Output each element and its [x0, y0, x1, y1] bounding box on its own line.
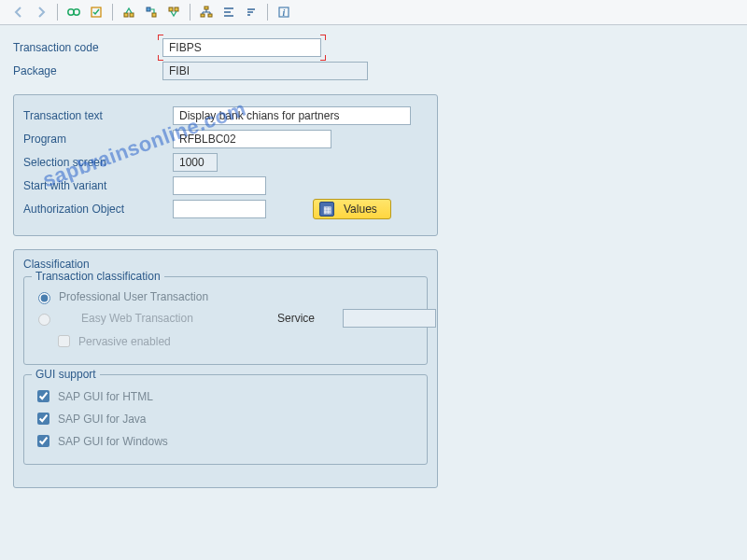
tcode-input[interactable]: [162, 38, 321, 57]
radio-easyweb-label: Easy Web Transaction: [81, 312, 249, 325]
gui-support-group: GUI support SAP GUI for HTML SAP GUI for…: [23, 374, 428, 465]
where-used-icon[interactable]: [142, 3, 161, 21]
back-icon[interactable]: [9, 3, 28, 21]
display-icon[interactable]: [64, 3, 83, 21]
sort-icon[interactable]: [242, 3, 261, 21]
pervasive-row: Pervasive enabled: [54, 332, 417, 350]
gui-java-row: SAP GUI for Java: [34, 410, 417, 427]
gui-html-checkbox[interactable]: [37, 390, 49, 402]
selscreen-label: Selection screen: [23, 156, 173, 169]
gui-html-label: SAP GUI for HTML: [58, 390, 153, 403]
radio-easyweb: [38, 314, 50, 326]
ttext-input[interactable]: [173, 106, 411, 125]
svg-rect-9: [175, 7, 178, 11]
pervasive-checkbox: [58, 335, 70, 347]
tcode-label: Transaction code: [13, 41, 162, 54]
service-input: [343, 309, 436, 328]
app-toolbar: i: [0, 0, 747, 25]
gui-win-row: SAP GUI for Windows: [34, 432, 417, 450]
service-label: Service: [277, 312, 315, 325]
gui-java-checkbox[interactable]: [37, 413, 49, 425]
gui-win-label: SAP GUI for Windows: [58, 435, 168, 448]
svg-rect-12: [208, 14, 212, 17]
separator: [57, 4, 58, 21]
details-panel: Transaction text Program Selection scree…: [13, 94, 438, 236]
values-button[interactable]: ▦ Values: [313, 199, 391, 219]
ttext-label: Transaction text: [23, 109, 173, 122]
align-icon[interactable]: [219, 3, 238, 21]
svg-text:i: i: [283, 7, 286, 18]
package-input: [162, 62, 368, 80]
highlight-corner: [320, 55, 326, 61]
gui-win-checkbox[interactable]: [37, 435, 49, 447]
svg-rect-7: [152, 13, 156, 17]
transaction-classification-group: Transaction classification Professional …: [23, 276, 428, 365]
svg-rect-4: [124, 13, 128, 17]
check-icon[interactable]: [87, 3, 106, 21]
classification-title: Classification: [23, 258, 428, 271]
variant-label: Start with variant: [23, 179, 173, 192]
classification-panel: Classification Transaction classificatio…: [13, 249, 438, 488]
selscreen-input: [173, 153, 218, 172]
radio-professional-label: Professional User Transaction: [59, 290, 208, 303]
pervasive-label: Pervasive enabled: [78, 335, 171, 348]
highlight-corner: [320, 35, 326, 40]
radio-professional[interactable]: [38, 292, 50, 304]
radio-easyweb-row: Easy Web Transaction Service: [34, 309, 417, 328]
auth-input[interactable]: [173, 200, 266, 218]
package-label: Package: [13, 64, 162, 77]
gui-html-row: SAP GUI for HTML: [34, 387, 417, 405]
separator: [190, 4, 190, 21]
auth-label: Authorization Object: [23, 203, 173, 216]
separator: [112, 4, 113, 21]
program-input[interactable]: [173, 130, 331, 148]
gui-java-label: SAP GUI for Java: [58, 413, 146, 426]
svg-rect-10: [204, 7, 208, 9]
svg-rect-8: [169, 7, 173, 11]
info-icon[interactable]: i: [275, 3, 293, 21]
forward-icon[interactable]: [32, 3, 50, 21]
gui-group-title: GUI support: [32, 368, 100, 381]
svg-rect-5: [130, 13, 134, 17]
separator: [267, 4, 268, 21]
program-label: Program: [23, 133, 173, 146]
grid-icon: ▦: [319, 202, 334, 217]
highlight-corner: [158, 55, 163, 61]
tree-up-icon[interactable]: [120, 3, 138, 21]
highlight-corner: [158, 35, 163, 40]
tree-down-icon[interactable]: [164, 3, 183, 21]
tc-group-title: Transaction classification: [32, 270, 164, 283]
svg-rect-11: [201, 14, 204, 17]
variant-input[interactable]: [173, 176, 266, 195]
svg-rect-6: [147, 7, 150, 11]
radio-professional-row: Professional User Transaction: [34, 289, 417, 304]
hierarchy-icon[interactable]: [197, 3, 216, 21]
values-button-label: Values: [344, 203, 377, 216]
